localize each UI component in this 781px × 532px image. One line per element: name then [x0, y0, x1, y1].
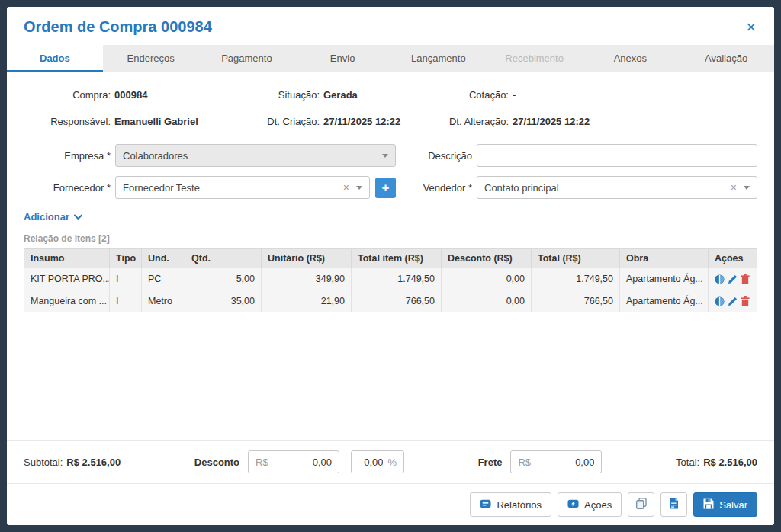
descricao-input[interactable]	[477, 144, 757, 167]
desconto-pct-input[interactable]	[358, 457, 383, 468]
cotacao-value: -	[513, 89, 516, 101]
subtotal-group: Subtotal: R$ 2.516,00	[24, 457, 121, 468]
dt-alteracao-label: Dt. Alteração:	[435, 116, 509, 127]
col-total-item: Total item (R$)	[352, 249, 442, 268]
tab-enderecos[interactable]: Endereços	[103, 45, 199, 72]
document-icon	[669, 498, 679, 511]
situacao-label: Situação:	[252, 89, 320, 101]
col-und: Und.	[142, 249, 185, 268]
relatorios-label: Relatórios	[497, 499, 542, 511]
chevron-down-icon	[356, 186, 362, 190]
cell-obra: Apartamento Ág...	[620, 290, 709, 312]
col-obra: Obra	[620, 249, 709, 268]
adicionar-label: Adicionar	[24, 211, 69, 223]
total-group: Total: R$ 2.516,00	[676, 457, 757, 468]
cell-tipo: I	[110, 290, 142, 312]
fornecedor-label: Fornecedor *	[24, 182, 111, 194]
info-row-1: Compra: 000984 Situação: Gerada Cotação:…	[24, 89, 757, 101]
form-row-fornecedor-vendedor: Fornecedor * Fornecedor Teste × + Vended…	[24, 176, 757, 199]
form-row-empresa-descricao: Empresa * Colaboradores Descrição	[24, 144, 757, 167]
desconto-input-group: R$	[248, 450, 339, 473]
document-button[interactable]	[660, 492, 687, 517]
adicionar-toggle[interactable]: Adicionar	[7, 208, 774, 230]
col-total: Total (R$)	[532, 249, 620, 268]
tab-anexos[interactable]: Anexos	[583, 45, 679, 72]
vendedor-label: Vendedor *	[396, 182, 472, 194]
modal-footer: Relatórios Ações Salvar	[7, 483, 774, 525]
tab-envio[interactable]: Envio	[294, 45, 390, 72]
split-icon[interactable]	[715, 296, 725, 306]
cell-und: PC	[142, 268, 185, 290]
copy-icon	[636, 498, 647, 511]
cotacao-label: Cotação:	[435, 89, 509, 101]
order-form: Empresa * Colaboradores Descrição Fornec…	[7, 144, 774, 208]
cell-qtd: 35,00	[185, 290, 262, 312]
chevron-down-icon	[744, 186, 750, 190]
delete-icon[interactable]	[741, 274, 750, 284]
close-icon[interactable]: ×	[744, 19, 757, 36]
cell-total-item: 1.749,50	[352, 268, 442, 290]
divider	[116, 239, 757, 239]
responsavel-value: Emanuelli Gabriel	[114, 116, 198, 127]
tab-dados[interactable]: Dados	[7, 45, 103, 72]
compra-value: 000984	[114, 89, 147, 101]
subtotal-label: Subtotal:	[24, 457, 63, 468]
page-title: Ordem de Compra 000984	[24, 18, 212, 36]
dt-alteracao-value: 27/11/2025 12:22	[513, 116, 590, 127]
cell-total: 1.749,50	[532, 268, 620, 290]
clear-selection-icon[interactable]: ×	[343, 181, 349, 194]
delete-icon[interactable]	[741, 296, 750, 306]
acoes-button[interactable]: Ações	[558, 492, 622, 517]
relatorios-icon	[480, 498, 491, 511]
edit-icon[interactable]	[728, 296, 738, 306]
vendedor-select[interactable]: Contato principal ×	[477, 176, 757, 199]
clear-selection-icon[interactable]: ×	[731, 181, 737, 194]
tab-pagamento[interactable]: Pagamento	[199, 45, 295, 72]
copy-button[interactable]	[628, 492, 654, 517]
subtotal-value: R$ 2.516,00	[66, 457, 121, 468]
ordem-de-compra-modal: Ordem de Compra 000984 × Dados Endereços…	[7, 7, 774, 525]
empresa-selected-value: Colaboradores	[123, 150, 382, 162]
tab-bar: Dados Endereços Pagamento Envio Lançamen…	[7, 45, 774, 72]
items-section-title: Relação de itens [2]	[24, 233, 110, 244]
cell-qtd: 5,00	[185, 268, 262, 290]
chevron-down-icon	[382, 154, 388, 158]
relatorios-button[interactable]: Relatórios	[470, 492, 551, 517]
frete-group: Frete R$	[478, 450, 603, 473]
salvar-label: Salvar	[719, 499, 747, 511]
currency-prefix: R$	[256, 457, 268, 468]
table-header-row: Insumo Tipo Und. Qtd. Unitário (R$) Tota…	[24, 249, 757, 268]
tab-avaliacao[interactable]: Avaliação	[678, 45, 774, 72]
frete-label: Frete	[478, 457, 503, 468]
tab-recebimento: Recebimento	[487, 45, 583, 72]
cell-total: 766,50	[532, 290, 620, 312]
info-row-2: Responsável: Emanuelli Gabriel Dt. Criaç…	[24, 116, 757, 127]
add-fornecedor-button[interactable]: +	[375, 178, 396, 198]
col-unitario: Unitário (R$)	[262, 249, 352, 268]
cell-insumo: Mangueira com ...	[24, 290, 110, 312]
chevron-down-icon	[74, 214, 82, 220]
modal-header: Ordem de Compra 000984 ×	[7, 7, 774, 45]
frete-input[interactable]	[531, 457, 594, 468]
total-label: Total:	[676, 457, 699, 468]
frete-input-group: R$	[510, 450, 602, 473]
cell-desconto: 0,00	[442, 290, 532, 312]
items-section-header: Relação de itens [2]	[7, 230, 774, 248]
table-row: KIT PORTA PRO... I PC 5,00 349,90 1.749,…	[24, 268, 757, 290]
cell-total-item: 766,50	[352, 290, 442, 312]
compra-label: Compra:	[24, 89, 111, 101]
order-info: Compra: 000984 Situação: Gerada Cotação:…	[7, 72, 774, 144]
col-qtd: Qtd.	[185, 249, 262, 268]
desconto-input[interactable]	[268, 457, 332, 468]
col-acoes: Ações	[709, 249, 757, 268]
fornecedor-select[interactable]: Fornecedor Teste ×	[115, 176, 370, 199]
tab-lancamento[interactable]: Lançamento	[390, 45, 487, 72]
col-tipo: Tipo	[110, 249, 142, 268]
split-icon[interactable]	[715, 274, 725, 284]
total-value: R$ 2.516,00	[703, 457, 757, 468]
edit-icon[interactable]	[728, 274, 738, 284]
col-insumo: Insumo	[24, 249, 110, 268]
save-button[interactable]: Salvar	[693, 492, 757, 517]
dt-criacao-value: 27/11/2025 12:22	[323, 116, 400, 127]
percent-suffix: %	[387, 457, 397, 468]
